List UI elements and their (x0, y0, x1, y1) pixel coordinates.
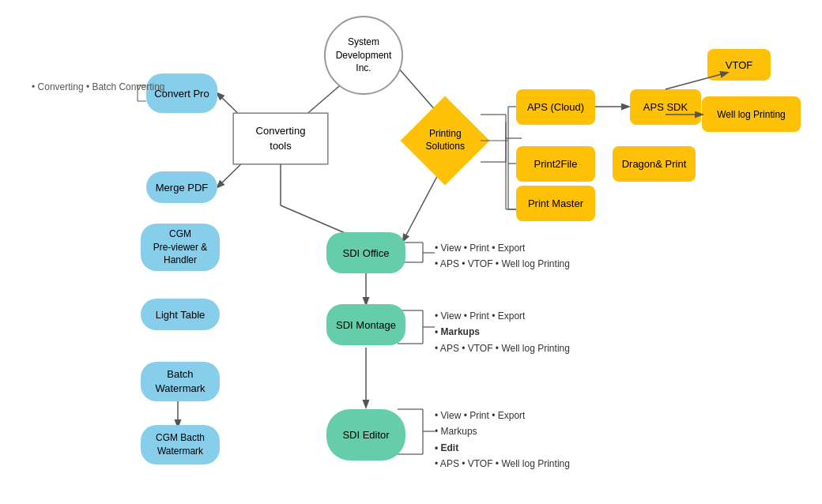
aps-cloud-label: APS (Cloud) (527, 101, 584, 113)
batch-watermark-label: Batch Watermark (155, 367, 205, 396)
arrows-layer (0, 0, 822, 504)
system-dev-label: System Development Inc. (336, 36, 392, 75)
print-master-label: Print Master (528, 197, 583, 209)
well-log-printing-node: Well log Printing (702, 96, 801, 132)
print-master-node: Print Master (516, 186, 595, 221)
extra-arrows (0, 0, 822, 504)
convert-bullets: • Converting • Batch Converting (32, 79, 165, 96)
sdi-office-label: SDI Office (342, 247, 389, 259)
sdi-editor-node: SDI Editor (326, 409, 405, 461)
dragon-print-node: Dragon& Print (613, 146, 696, 182)
sdi-editor-bullets: • View • Print • Export • Markups • Edit… (435, 408, 570, 472)
aps-sdk-label: APS SDK (643, 101, 688, 113)
printing-solutions-label: Printing Solutions (413, 128, 477, 152)
cgm-batch-watermark-label: CGM Bacth Watermark (156, 431, 205, 458)
sdi-office-node: SDI Office (326, 232, 405, 273)
dragon-print-label: Dragon& Print (622, 158, 687, 170)
sdi-editor-label: SDI Editor (342, 429, 389, 441)
printing-solutions-node: Printing Solutions (400, 96, 489, 185)
light-table-label: Light Table (156, 309, 206, 321)
batch-watermark-node: Batch Watermark (141, 362, 220, 401)
vtof-node: VTOF (707, 49, 771, 81)
aps-cloud-node: APS (Cloud) (516, 89, 595, 125)
system-dev-node: System Development Inc. (324, 16, 403, 95)
sdi-office-bullets: • View • Print • Export • APS • VTOF • W… (435, 240, 570, 273)
aps-sdk-node: APS SDK (630, 89, 701, 125)
sdi-montage-bullets: • View • Print • Export • Markups • APS … (435, 308, 570, 356)
print2file-node: Print2File (516, 146, 595, 182)
light-table-node: Light Table (141, 299, 220, 330)
cgm-previewer-label: CGM Pre-viewer & Handler (153, 228, 208, 267)
vtof-label: VTOF (726, 59, 752, 71)
converting-tools-node: Converting tools (233, 113, 328, 164)
cgm-batch-watermark-node: CGM Bacth Watermark (141, 425, 220, 465)
diagram-canvas: System Development Inc. Convert Pro • Co… (0, 0, 822, 504)
cgm-previewer-node: CGM Pre-viewer & Handler (141, 224, 220, 271)
merge-pdf-node: Merge PDF (146, 171, 217, 203)
sdi-montage-label: SDI Montage (336, 319, 396, 331)
well-log-printing-label: Well log Printing (717, 109, 785, 120)
converting-tools-label: Converting tools (256, 124, 306, 152)
merge-pdf-label: Merge PDF (156, 182, 208, 194)
print2file-label: Print2File (534, 158, 578, 170)
sdi-montage-node: SDI Montage (326, 304, 405, 345)
